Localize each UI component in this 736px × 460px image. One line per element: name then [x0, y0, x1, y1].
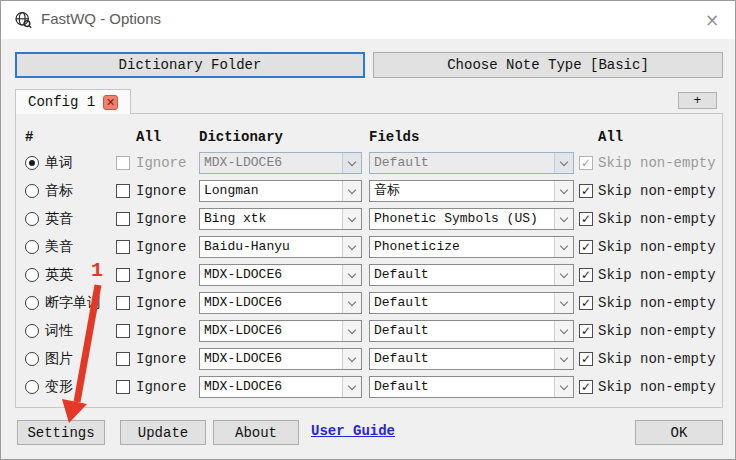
ignore-checkbox[interactable]: [116, 240, 130, 254]
skip-checkbox[interactable]: [579, 296, 593, 310]
skip-label: Skip non-empty: [598, 265, 716, 285]
dictionary-select[interactable]: MDX-LDOCE6: [199, 292, 362, 314]
close-icon[interactable]: ×: [697, 5, 727, 35]
update-button[interactable]: Update: [120, 420, 206, 445]
row-label: 音标: [45, 181, 73, 201]
dictionary-select[interactable]: MDX-LDOCE6: [199, 376, 362, 398]
dictionary-select[interactable]: Bing xtk: [199, 208, 362, 230]
ok-button[interactable]: OK: [635, 420, 723, 445]
row-label: 变形: [45, 377, 73, 397]
skip-checkbox[interactable]: [579, 156, 593, 170]
col-header-fields: Fields: [369, 127, 419, 147]
dictionary-value: MDX-LDOCE6: [200, 293, 342, 313]
row-radio[interactable]: [25, 352, 39, 366]
fields-value: Default: [370, 377, 554, 397]
chevron-down-icon[interactable]: [342, 237, 361, 257]
chevron-down-icon[interactable]: [342, 321, 361, 341]
ignore-checkbox[interactable]: [116, 324, 130, 338]
skip-label: Skip non-empty: [598, 321, 716, 341]
choose-note-type-button[interactable]: Choose Note Type [Basic]: [373, 52, 723, 78]
row-radio[interactable]: [25, 156, 39, 170]
fields-value: Default: [370, 265, 554, 285]
tab-close-icon[interactable]: ✕: [103, 95, 118, 110]
table-row: 英音 Ignore Bing xtk Phonetic Symbols (US)…: [1, 205, 736, 233]
fields-select[interactable]: Phoneticize: [369, 236, 574, 258]
skip-checkbox[interactable]: [579, 240, 593, 254]
fields-value: Phonetic Symbols (US): [370, 209, 554, 229]
fields-select[interactable]: Default: [369, 320, 574, 342]
fields-select[interactable]: Default: [369, 264, 574, 286]
dictionary-select[interactable]: MDX-LDOCE6: [199, 152, 362, 174]
chevron-down-icon[interactable]: [554, 181, 573, 201]
skip-checkbox[interactable]: [579, 268, 593, 282]
col-header-dictionary: Dictionary: [199, 127, 283, 147]
chevron-down-icon[interactable]: [342, 181, 361, 201]
add-tab-button[interactable]: +: [678, 92, 717, 109]
fields-value: Default: [370, 321, 554, 341]
options-dialog: FastWQ - Options × Dictionary Folder Cho…: [0, 0, 736, 460]
skip-label: Skip non-empty: [598, 293, 716, 313]
fields-value: 音标: [370, 181, 554, 201]
ignore-checkbox[interactable]: [116, 156, 130, 170]
ignore-checkbox[interactable]: [116, 380, 130, 394]
chevron-down-icon[interactable]: [554, 237, 573, 257]
table-row: 单词 Ignore MDX-LDOCE6 Default Skip non-em…: [1, 149, 736, 177]
row-radio[interactable]: [25, 212, 39, 226]
ignore-checkbox[interactable]: [116, 268, 130, 282]
chevron-down-icon[interactable]: [554, 377, 573, 397]
settings-button[interactable]: Settings: [17, 420, 105, 445]
skip-checkbox[interactable]: [579, 380, 593, 394]
row-radio[interactable]: [25, 380, 39, 394]
skip-checkbox[interactable]: [579, 212, 593, 226]
dictionary-select[interactable]: MDX-LDOCE6: [199, 264, 362, 286]
chevron-down-icon[interactable]: [554, 349, 573, 369]
fields-select[interactable]: 音标: [369, 180, 574, 202]
dictionary-folder-button[interactable]: Dictionary Folder: [15, 52, 365, 78]
chevron-down-icon[interactable]: [342, 153, 361, 173]
row-label: 美音: [45, 237, 73, 257]
fields-select[interactable]: Default: [369, 376, 574, 398]
chevron-down-icon[interactable]: [342, 209, 361, 229]
skip-checkbox[interactable]: [579, 352, 593, 366]
chevron-down-icon[interactable]: [554, 321, 573, 341]
col-header-all-left: All: [136, 127, 161, 147]
fields-select[interactable]: Default: [369, 348, 574, 370]
fields-select[interactable]: Default: [369, 292, 574, 314]
row-label: 词性: [45, 321, 73, 341]
chevron-down-icon[interactable]: [342, 293, 361, 313]
row-radio[interactable]: [25, 184, 39, 198]
fields-select[interactable]: Default: [369, 152, 574, 174]
ignore-label: Ignore: [136, 153, 186, 173]
skip-checkbox[interactable]: [579, 184, 593, 198]
chevron-down-icon[interactable]: [342, 349, 361, 369]
chevron-down-icon[interactable]: [554, 153, 573, 173]
chevron-down-icon[interactable]: [554, 265, 573, 285]
table-row: 音标 Ignore Longman 音标 Skip non-empty: [1, 177, 736, 205]
chevron-down-icon[interactable]: [342, 265, 361, 285]
ignore-checkbox[interactable]: [116, 184, 130, 198]
row-radio[interactable]: [25, 296, 39, 310]
dictionary-select[interactable]: MDX-LDOCE6: [199, 348, 362, 370]
dictionary-select[interactable]: MDX-LDOCE6: [199, 320, 362, 342]
chevron-down-icon[interactable]: [554, 293, 573, 313]
ignore-label: Ignore: [136, 321, 186, 341]
row-radio[interactable]: [25, 268, 39, 282]
ignore-checkbox[interactable]: [116, 352, 130, 366]
user-guide-link[interactable]: User Guide: [311, 423, 395, 439]
ignore-checkbox[interactable]: [116, 296, 130, 310]
dictionary-select[interactable]: Baidu-Hanyu: [199, 236, 362, 258]
window-title: FastWQ - Options: [41, 10, 161, 27]
ignore-checkbox[interactable]: [116, 212, 130, 226]
dictionary-select[interactable]: Longman: [199, 180, 362, 202]
dictionary-value: Bing xtk: [200, 209, 342, 229]
row-radio[interactable]: [25, 324, 39, 338]
fields-select[interactable]: Phonetic Symbols (US): [369, 208, 574, 230]
tab-label: Config 1: [28, 94, 95, 110]
row-radio[interactable]: [25, 240, 39, 254]
about-button[interactable]: About: [213, 420, 299, 445]
chevron-down-icon[interactable]: [342, 377, 361, 397]
tab-config-1[interactable]: Config 1 ✕: [15, 89, 131, 114]
skip-checkbox[interactable]: [579, 324, 593, 338]
skip-label: Skip non-empty: [598, 181, 716, 201]
chevron-down-icon[interactable]: [554, 209, 573, 229]
